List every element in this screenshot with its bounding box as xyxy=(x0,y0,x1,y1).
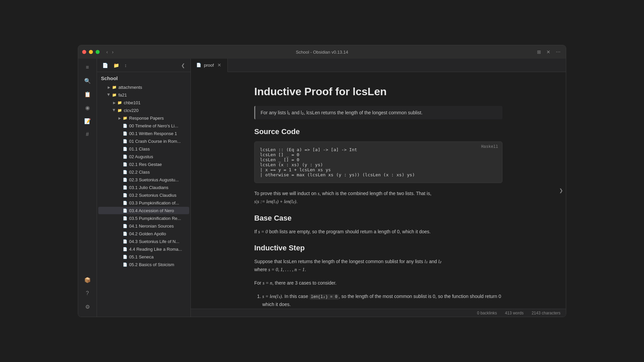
sidebar-item-label: 03.2 Suetonius Claudius xyxy=(129,193,176,198)
sidebar-item-03-4-accession[interactable]: ▶ 📄 03.4 Accession of Nero xyxy=(98,207,189,214)
for-s-n-text: For s = n, there are 3 cases to consider… xyxy=(254,279,502,287)
sidebar-item-02-2-class[interactable]: ▶ 📄 02.2 Class xyxy=(98,168,189,176)
file-icon: 📄 xyxy=(122,169,128,175)
sidebar-item-04-1-neronian[interactable]: ▶ 📄 04.1 Neronian Sources xyxy=(98,222,189,230)
tags-button[interactable]: # xyxy=(82,128,94,140)
collapse-all-button[interactable]: ❮ xyxy=(180,61,186,69)
sort-button[interactable]: ↕ xyxy=(123,61,128,69)
vault-button[interactable]: 📦 xyxy=(82,274,94,286)
editor-area: 📄 proof ✕ Inductive Proof for lcsLen For… xyxy=(191,59,566,317)
window-title: School - Obsidian v0.13.14 xyxy=(296,50,348,55)
graph-icon: ◉ xyxy=(85,105,90,111)
minimize-button[interactable] xyxy=(89,50,93,54)
editor-content[interactable]: Inductive Proof for lcsLen For any lists… xyxy=(227,72,529,309)
more-options-button[interactable]: ⋯ xyxy=(554,48,562,56)
math-formula: s|s := len(l₁) + len(l₂) xyxy=(254,199,296,204)
sidebar-item-attachments[interactable]: ▶ 📁 attachments xyxy=(98,83,189,91)
sidebar-item-01-1-class[interactable]: ▶ 📄 01.1 Class xyxy=(98,145,189,153)
file-icon: 📄 xyxy=(122,185,128,190)
file-icon: 📄 xyxy=(122,200,128,205)
file-icon: 📄 xyxy=(122,131,128,136)
code-block: Haskell lcsLen :: (Eq a) => [a] -> [a] -… xyxy=(254,141,502,183)
folder-icon: 📁 xyxy=(122,115,128,121)
titlebar: ‹ › School - Obsidian v0.13.14 ⊞ ✕ ⋯ xyxy=(78,45,566,59)
sidebar-item-01-crash[interactable]: ▶ 📄 01 Crash Course in Rom... xyxy=(98,137,189,145)
sidebar-item-label: 01.1 Class xyxy=(129,146,150,152)
help-button[interactable]: ? xyxy=(82,287,94,299)
folder-icon: 📁 xyxy=(117,100,122,105)
sidebar-toggle-button[interactable]: ≡ xyxy=(82,61,94,73)
file-icon: 📄 xyxy=(122,192,128,198)
proof-paragraph: To prove this we will induct on s, which… xyxy=(254,190,502,206)
sidebar-item-00-timeline[interactable]: ▶ 📄 00 Timeline of Nero's Li... xyxy=(98,122,189,129)
new-file-button[interactable]: 📄 xyxy=(101,61,109,69)
file-icon: 📄 xyxy=(122,223,128,229)
sidebar-item-04-2-golden[interactable]: ▶ 📄 04.2 Golden Apollo xyxy=(98,230,189,237)
sidebar-item-03-5-pumpkin[interactable]: ▶ 📄 03.5 Pumpkinification Re... xyxy=(98,215,189,222)
char-count: 2143 characters xyxy=(532,311,560,315)
sidebar-item-04-3-suetonius[interactable]: ▶ 📄 04.3 Suetonius Life of N... xyxy=(98,238,189,245)
sidebar-item-00-1-written[interactable]: ▶ 📄 00.1 Written Response 1 xyxy=(98,130,189,137)
file-icon: 📄 xyxy=(122,154,128,159)
right-panel-toggle[interactable]: ❯ xyxy=(556,185,566,196)
search-button[interactable]: 🔍 xyxy=(82,75,94,87)
sidebar-item-label: 4.4 Reading Like a Roma... xyxy=(129,247,182,252)
close-button[interactable] xyxy=(82,50,86,54)
file-icon: 📄 xyxy=(122,146,128,152)
callout-box: For any lists l₁ and l₂, lcsLen returns … xyxy=(254,106,502,119)
sidebar-item-03-3-pumpkin[interactable]: ▶ 📄 03.3 Pumpkinification of... xyxy=(98,199,189,206)
tree-arrow-icon: ▶ xyxy=(106,92,112,98)
inductive-step-heading: Inductive Step xyxy=(254,244,502,252)
sidebar-item-02-3-suetonius[interactable]: ▶ 📄 02.3 Suetonius Augustu... xyxy=(98,176,189,183)
tab-file-icon: 📄 xyxy=(196,63,201,67)
notes-button[interactable]: 📝 xyxy=(82,115,94,127)
sidebar-item-fa21[interactable]: ▶ 📁 fa21 xyxy=(98,91,189,99)
close-tab-button[interactable]: ✕ xyxy=(545,48,552,56)
help-icon: ? xyxy=(86,290,89,296)
sidebar-item-label: clcv220 xyxy=(124,108,139,113)
sidebar-icon: ≡ xyxy=(86,64,89,70)
sidebar-item-clcv220[interactable]: ▶ 📁 clcv220 xyxy=(98,107,189,114)
editor-tab-proof[interactable]: 📄 proof ✕ xyxy=(191,59,228,72)
sidebar-item-05-2-basics[interactable]: ▶ 📄 05.2 Basics of Stoicism xyxy=(98,261,189,268)
maximize-button[interactable] xyxy=(96,50,100,54)
math-sn: s = n xyxy=(263,281,272,286)
back-button[interactable]: ‹ xyxy=(105,48,109,56)
settings-button[interactable]: ⚙ xyxy=(82,301,94,313)
sidebar-item-03-1-julio[interactable]: ▶ 📄 03.1 Julio Claudians xyxy=(98,184,189,191)
layout-button[interactable]: ⊞ xyxy=(536,48,542,56)
sidebar-item-response-papers[interactable]: ▶ 📁 Response Papers xyxy=(98,114,189,122)
sidebar-item-02-augustus[interactable]: ▶ 📄 02 Augustus xyxy=(98,153,189,160)
tab-close-button[interactable]: ✕ xyxy=(217,62,222,68)
files-button[interactable]: 📋 xyxy=(82,88,94,100)
sidebar-item-label: 04.2 Golden Apollo xyxy=(129,231,166,236)
main-window: ‹ › School - Obsidian v0.13.14 ⊞ ✕ ⋯ ≡ 🔍… xyxy=(78,45,566,317)
source-code-heading: Source Code xyxy=(254,127,502,136)
graph-button[interactable]: ◉ xyxy=(82,102,94,114)
sidebar-item-03-2-suetonius[interactable]: ▶ 📄 03.2 Suetonius Claudius xyxy=(98,191,189,199)
case-1: s = len(l₁). In this case len(l₂) = 0, s… xyxy=(262,293,502,309)
sidebar-item-label: fa21 xyxy=(118,93,127,98)
tree-arrow-icon: ▶ xyxy=(117,115,122,121)
sidebar-item-label: 02 Augustus xyxy=(129,154,153,159)
sidebar-item-4-4-reading[interactable]: ▶ 📄 4.4 Reading Like a Roma... xyxy=(98,245,189,253)
sidebar-item-label: 03.5 Pumpkinification Re... xyxy=(129,216,181,221)
status-bar: 0 backlinks 413 words 2143 characters xyxy=(191,309,566,317)
cases-list: s = len(l₁). In this case len(l₂) = 0, s… xyxy=(254,293,502,309)
sidebar-item-05-1-seneca[interactable]: ▶ 📄 05.1 Seneca xyxy=(98,253,189,260)
sidebar-item-chbe101[interactable]: ▶ 📁 chbe101 xyxy=(98,99,189,106)
math-l1: l₁ xyxy=(424,259,428,264)
sidebar-item-label: 05.1 Seneca xyxy=(129,254,154,259)
sidebar: 📄 📁 ↕ ❮ School ▶ 📁 attachments ▶ 📁 fa21 xyxy=(97,59,191,317)
new-folder-button[interactable]: 📁 xyxy=(112,61,120,69)
word-count: 413 words xyxy=(505,311,524,315)
sidebar-item-label: 04.3 Suetonius Life of N... xyxy=(129,239,179,244)
file-icon: 📄 xyxy=(122,123,128,128)
titlebar-nav: ‹ › xyxy=(105,48,115,56)
search-icon: 🔍 xyxy=(84,78,91,84)
main-area: ≡ 🔍 📋 ◉ 📝 # 📦 ? xyxy=(78,59,566,317)
callout-text: For any lists l₁ and l₂, lcsLen returns … xyxy=(261,110,423,115)
forward-button[interactable]: › xyxy=(111,48,115,56)
sidebar-item-02-1-res[interactable]: ▶ 📄 02.1 Res Gestae xyxy=(98,161,189,168)
inductive-step-text: Suppose that lcsLen returns the length o… xyxy=(254,258,502,274)
